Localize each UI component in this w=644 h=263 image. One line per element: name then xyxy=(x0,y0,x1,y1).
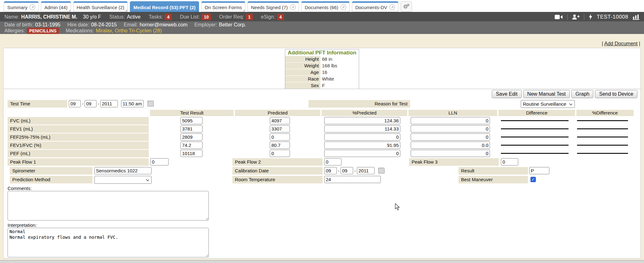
status-label: Status: xyxy=(109,14,125,20)
dob-value: 03-11-1995 xyxy=(35,22,61,28)
reason-for-test-select[interactable]: Routine Surveillance xyxy=(521,100,575,108)
fev1-lln-input[interactable] xyxy=(411,125,490,132)
tasks-group[interactable]: Tasks: 4 xyxy=(149,14,172,20)
tab-documents-dv[interactable]: Documents-DV ↗ xyxy=(352,1,399,12)
fev1-fvc-pct-difference-blank xyxy=(577,145,628,146)
pft-info-row: Height 68 in xyxy=(285,56,359,62)
fef-pct-predicted-input[interactable] xyxy=(324,133,400,141)
peak-flow-3-label: Peak Flow 3 xyxy=(409,158,499,166)
pef-difference-blank xyxy=(501,153,569,154)
video-camera-icon[interactable] xyxy=(555,14,563,20)
open-new-window-icon[interactable]: ↗ xyxy=(290,4,296,10)
calibration-month-input[interactable] xyxy=(324,167,337,174)
new-manual-test-button[interactable]: New Manual Test xyxy=(523,90,570,98)
col-header-difference: Difference xyxy=(498,110,575,116)
prediction-method-row: Prediction Method Room Temperature Best … xyxy=(8,176,636,184)
fev1-fvc-predicted-input[interactable] xyxy=(270,142,290,149)
order-req-count-badge[interactable]: 1 xyxy=(246,14,253,20)
test-time-clock-input[interactable] xyxy=(121,100,144,107)
tab-on-screen-forms[interactable]: On Screen Forms xyxy=(201,1,245,12)
best-maneuver-checkbox[interactable]: ✓ xyxy=(530,177,536,182)
fef-lln-input[interactable] xyxy=(411,133,490,141)
allergy-badge[interactable]: PENICILLINS xyxy=(27,28,59,34)
calibration-day-input[interactable] xyxy=(341,167,353,174)
tab-health-surveillance[interactable]: Health Surveillance (2) xyxy=(73,1,128,12)
fev1-pct-predicted-input[interactable] xyxy=(324,125,400,132)
bottom-scrollbar-strip[interactable] xyxy=(0,260,644,263)
due-list-count-badge[interactable]: 10 xyxy=(202,14,211,20)
tasks-count-badge[interactable]: 4 xyxy=(165,14,172,20)
pef-predicted-input[interactable] xyxy=(270,150,290,157)
add-document-link[interactable]: Add Document xyxy=(604,41,638,46)
test-time-day-input[interactable] xyxy=(85,100,97,107)
due-list-group[interactable]: Due List: 10 xyxy=(180,14,211,20)
test-time-month-input[interactable] xyxy=(69,100,81,107)
pef-pct-difference-blank xyxy=(577,153,628,154)
col-header-lln: LLN xyxy=(408,110,497,116)
medications-value[interactable]: Miralax, Ortho Tri-Cyclen (28) xyxy=(96,28,162,34)
peak-flow-2-input[interactable] xyxy=(324,158,341,165)
save-edit-button[interactable]: Save Edit xyxy=(492,90,521,98)
fev1-predicted-input[interactable] xyxy=(270,125,290,132)
tab-needs-signed[interactable]: Needs Signed (7) ↗ xyxy=(247,1,299,12)
test-time-year-input[interactable] xyxy=(100,100,118,107)
divider xyxy=(567,14,568,20)
open-new-window-icon[interactable]: ↗ xyxy=(341,4,346,10)
bar-chart-icon[interactable] xyxy=(633,14,640,20)
fef-predicted-input[interactable] xyxy=(270,133,290,141)
fev1-difference-blank xyxy=(501,128,569,129)
fev1-fvc-difference-blank xyxy=(501,145,569,146)
fev1-test-result-input[interactable] xyxy=(180,125,203,132)
tab-admin[interactable]: Admin (44) xyxy=(41,1,71,12)
fef-difference-blank xyxy=(501,137,569,137)
order-req-label: Order Req: xyxy=(219,14,244,20)
graph-button[interactable]: Graph xyxy=(571,90,593,98)
pef-test-result-input[interactable] xyxy=(180,150,203,157)
tab-medical-record-pft[interactable]: Medical Record (53):PFT (2) xyxy=(130,1,199,12)
email-value: horner@mieweb.com xyxy=(140,22,187,28)
dob-label: Date of birth: xyxy=(4,22,33,28)
esign-group[interactable]: eSign: 4 xyxy=(261,14,284,20)
mouse-cursor xyxy=(395,203,402,211)
fev1-fvc-test-result-input[interactable] xyxy=(180,142,203,149)
room-temperature-input[interactable] xyxy=(324,176,381,183)
sex-label: Sex xyxy=(285,82,320,89)
calendar-icon[interactable] xyxy=(378,168,385,174)
lightning-icon[interactable] xyxy=(589,14,592,20)
spirometer-input[interactable] xyxy=(94,167,152,174)
peak-flow-1-input[interactable] xyxy=(150,158,169,165)
peak-flow-row: Peak Flow 1 Peak Flow 2 Peak Flow 3 xyxy=(8,158,636,166)
fef-test-result-input[interactable] xyxy=(180,133,203,141)
demographics-bar: Date of birth: 03-11-1995 Hire date: 08-… xyxy=(0,21,644,34)
calendar-icon[interactable] xyxy=(147,101,154,107)
peak-flow-1-label: Peak Flow 1 xyxy=(8,158,149,166)
fev1-fvc-lln-input[interactable] xyxy=(411,142,490,149)
tab-documents[interactable]: Documents (66) ↗ xyxy=(301,1,350,12)
tab-label: On Screen Forms xyxy=(205,5,242,10)
prediction-method-select[interactable] xyxy=(94,176,152,184)
fvc-pct-predicted-input[interactable] xyxy=(324,117,400,124)
open-new-window-icon[interactable]: ↗ xyxy=(389,4,395,10)
fvc-predicted-input[interactable] xyxy=(270,117,290,124)
interpretation-textarea[interactable]: Normal Normal expiratory flows and a nor… xyxy=(8,228,209,257)
reason-for-test-value: Routine Surveillance xyxy=(523,101,566,107)
pef-pct-predicted-input[interactable] xyxy=(324,150,400,157)
add-document-row: Add Document xyxy=(602,41,640,47)
add-person-icon[interactable] xyxy=(572,14,580,20)
esign-count-badge[interactable]: 4 xyxy=(277,14,284,20)
height-value: 68 in xyxy=(320,56,332,62)
send-to-device-button[interactable]: Send to Device xyxy=(595,90,637,98)
comments-textarea[interactable] xyxy=(8,191,209,221)
settings-gears-icon[interactable]: ⚙⚙ xyxy=(401,1,412,12)
fev1-fvc-pct-predicted-input[interactable] xyxy=(324,142,400,149)
fvc-test-result-input[interactable] xyxy=(180,117,203,124)
open-new-window-icon[interactable]: ↗ xyxy=(30,4,35,10)
row-label-fef25-75: FEF25%-75% (mL) xyxy=(8,133,149,141)
peak-flow-3-input[interactable] xyxy=(501,158,518,165)
fvc-lln-input[interactable] xyxy=(411,117,490,124)
pef-lln-input[interactable] xyxy=(411,150,490,157)
result-input[interactable] xyxy=(529,167,549,174)
calibration-year-input[interactable] xyxy=(357,167,375,174)
tab-summary[interactable]: Summary ↗ xyxy=(4,1,39,12)
order-req-group[interactable]: Order Req: 1 xyxy=(219,14,253,20)
